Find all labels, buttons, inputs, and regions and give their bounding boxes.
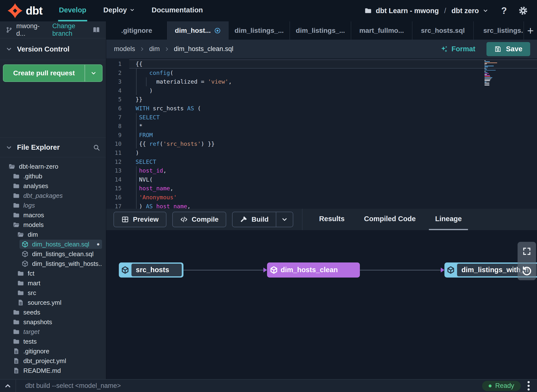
lineage-canvas[interactable]: src_hostsdim_hosts_cleandim_listings_wit… [106, 230, 537, 379]
settings-gear-icon[interactable] [518, 6, 528, 16]
pull-request-dropdown-button[interactable] [85, 65, 102, 81]
dbt-logo[interactable]: dbt [7, 0, 43, 21]
tree-item-logs[interactable]: logs [0, 200, 106, 210]
docs-book-icon[interactable] [93, 26, 100, 34]
code-token: config [149, 70, 170, 76]
status-bar: dbt build --select <model_name> Ready [0, 379, 537, 392]
save-button[interactable]: Save [486, 42, 530, 56]
minimap[interactable] [485, 60, 498, 86]
lineage-node-src-hosts[interactable]: src_hosts [119, 262, 183, 278]
help-button[interactable]: ? [501, 6, 507, 16]
minimap-line [485, 63, 487, 64]
preview-button[interactable]: Preview [113, 212, 166, 227]
tree-item-target[interactable]: target [0, 327, 106, 337]
tree-item-inner: models [11, 220, 102, 229]
breadcrumb-models[interactable]: models [114, 45, 135, 53]
refresh-icon[interactable] [521, 266, 532, 277]
tree-item-gitignore[interactable]: .gitignore [0, 346, 106, 356]
minimap-line [485, 60, 485, 61]
tree-item-dim-listings-with-hosts[interactable]: dim_listings_with_hosts... [0, 259, 106, 269]
tree-item-label: analyses [23, 182, 48, 190]
compile-button[interactable]: Compile [172, 212, 226, 227]
tree-item-github[interactable]: .github [0, 171, 106, 181]
minimap-line [485, 75, 490, 76]
tree-item-dbt-project-yml[interactable]: dbt_project.yml [0, 356, 106, 366]
new-tab-button[interactable]: + [524, 21, 537, 40]
save-label: Save [506, 45, 522, 53]
tree-item-models[interactable]: models [0, 220, 106, 230]
lineage-node-dim-hosts-clean[interactable]: dim_hosts_clean [267, 262, 360, 278]
code-token: {{ [136, 140, 149, 147]
nav-item-develop[interactable]: Develop [58, 0, 87, 21]
tree-item-inner: dim_listings_clean.sql [19, 249, 102, 259]
format-button[interactable]: Format [440, 45, 475, 53]
line-number: 7 [106, 113, 129, 122]
panel-tab-lineage[interactable]: Lineage [429, 209, 468, 230]
file-explorer-header[interactable]: File Explorer [0, 138, 106, 157]
tree-item-macros[interactable]: macros [0, 210, 106, 220]
lineage-arrowhead [263, 268, 267, 272]
tree-item-inner: sources.yml [15, 298, 102, 307]
tab-4[interactable]: mart_fullmo... [351, 21, 412, 40]
tree-item-dim[interactable]: dim [0, 230, 106, 239]
ide-status-badge[interactable]: Ready [482, 381, 521, 391]
build-button[interactable]: Build [233, 212, 276, 227]
tree-item-fct[interactable]: fct [0, 269, 106, 278]
tab-0[interactable]: .gitignore [106, 21, 167, 40]
tree-item-inner: .gitignore [11, 347, 102, 356]
build-dropdown-button[interactable] [276, 212, 293, 227]
code-brackets-icon [180, 216, 188, 223]
folder-open-icon [17, 231, 24, 238]
project-selector[interactable]: dbt Learn - mwong / dbt zero [364, 7, 488, 15]
version-control-header[interactable]: Version Control [0, 38, 106, 60]
tab-bar-tabs: .gitignoredim_host...dim_listings_...dim… [106, 21, 524, 40]
tree-item-tests[interactable]: tests [0, 337, 106, 346]
chevron-down-icon [130, 8, 135, 12]
code-line-3: 3 materialized = 'view', [106, 77, 537, 86]
panel-tab-compiled-code[interactable]: Compiled Code [358, 209, 422, 230]
code-token: {{ [136, 61, 142, 67]
command-bar-toggle[interactable] [0, 380, 16, 392]
tree-item-dbt-learn-zero[interactable]: dbt-learn-zero [0, 162, 106, 171]
tree-item-mart[interactable]: mart [0, 278, 106, 288]
tree-item-seeds[interactable]: seeds [0, 307, 106, 317]
tree-item-sources-yml[interactable]: sources.yml [0, 298, 106, 307]
format-label: Format [451, 45, 475, 53]
tree-item-analyses[interactable]: analyses [0, 181, 106, 191]
line-number: 14 [106, 175, 129, 184]
panel-tab-results[interactable]: Results [313, 209, 351, 230]
tree-item-readme-md[interactable]: README.md [0, 366, 106, 375]
account-name: dbt Learn - mwong [376, 7, 439, 15]
code-token [136, 70, 149, 76]
tree-item-dim-hosts-clean-sql[interactable]: dim_hosts_clean.sql• [0, 239, 106, 249]
create-pull-request-button[interactable]: Create pull request [3, 64, 103, 82]
tab-1[interactable]: dim_host... [167, 21, 229, 40]
tab-bar: .gitignoredim_host...dim_listings_...dim… [106, 21, 537, 40]
code-token: 'src_hosts' [163, 140, 201, 147]
breadcrumb-dim[interactable]: dim [149, 45, 160, 53]
tree-item-src[interactable]: src [0, 288, 106, 298]
indent-guide [136, 166, 137, 175]
line-number: 17 [106, 202, 129, 209]
nav-item-documentation[interactable]: Documentation [151, 0, 204, 21]
command-input[interactable]: dbt build --select <model_name> [25, 382, 121, 390]
nav-item-deploy[interactable]: Deploy [102, 0, 136, 21]
fullscreen-icon[interactable] [522, 247, 531, 256]
file-icon [13, 357, 20, 365]
tab-5[interactable]: src_hosts.sql [412, 21, 474, 40]
change-branch-link[interactable]: Change branch [52, 22, 93, 37]
code-line-17: 17 ) AS host_name, [106, 202, 537, 209]
tab-3[interactable]: dim_listings_... [290, 21, 351, 40]
tree-item-snapshots[interactable]: snapshots [0, 317, 106, 327]
tab-6[interactable]: src_listings. [474, 21, 524, 40]
tree-item-dbt-packages[interactable]: dbt_packages [0, 191, 106, 200]
line-number: 13 [106, 166, 129, 175]
tab-2[interactable]: dim_listings_... [229, 21, 290, 40]
code-text: 'Anonymous' [129, 193, 537, 202]
kebab-menu-icon[interactable] [527, 380, 531, 392]
tree-item-dim-listings-clean-sql[interactable]: dim_listings_clean.sql [0, 249, 106, 259]
code-editor[interactable]: 1{{2 config(3 materialized = 'view',4 )5… [106, 58, 537, 209]
search-icon[interactable] [93, 144, 100, 151]
tab-label: src_listings. [483, 27, 523, 35]
tree-item-label: dbt-learn-zero [19, 163, 58, 170]
